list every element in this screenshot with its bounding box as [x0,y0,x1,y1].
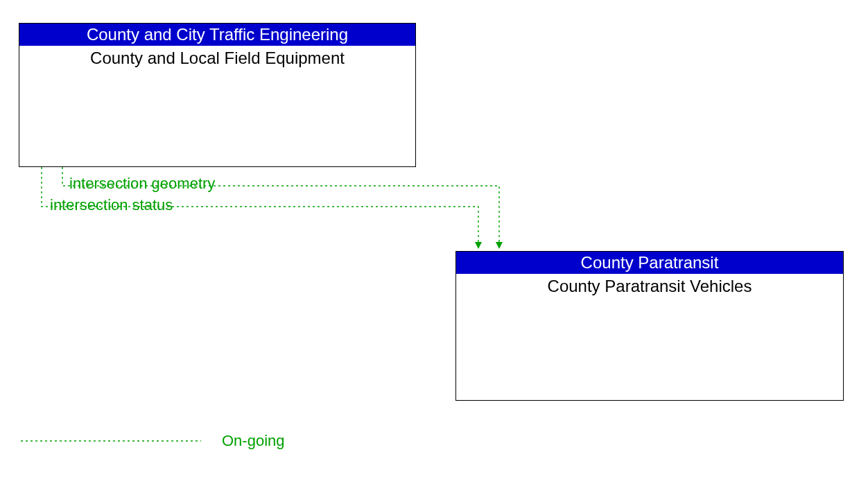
node-source-body: County and Local Field Equipment [19,46,415,68]
node-target-header: County Paratransit [456,252,843,274]
node-source: County and City Traffic Engineering Coun… [19,23,416,167]
node-target: County Paratransit County Paratransit Ve… [455,251,844,401]
diagram-stage: County and City Traffic Engineering Coun… [0,0,868,477]
node-source-header: County and City Traffic Engineering [19,24,415,46]
flow-label-intersection-geometry: intersection geometry [69,175,215,193]
node-target-body: County Paratransit Vehicles [456,274,843,296]
legend-ongoing-label: On-going [222,432,285,450]
flow-label-intersection-status: intersection status [50,196,173,214]
